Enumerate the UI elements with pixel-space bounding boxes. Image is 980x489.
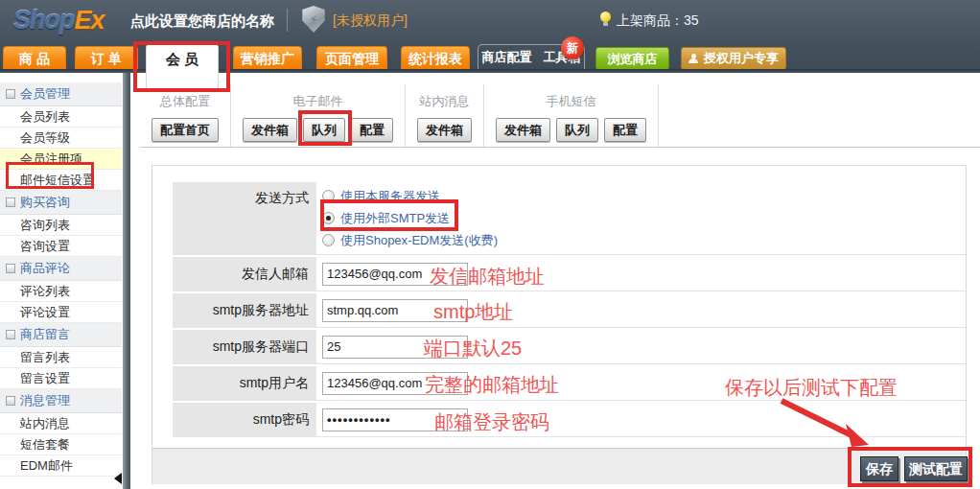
- subtab-sms-queue[interactable]: 队列: [556, 118, 598, 142]
- vip-users-button[interactable]: 授权用户专享: [681, 47, 786, 70]
- smtp-port-label: smtp服务器端口: [173, 330, 316, 364]
- subtab-email-outbox[interactable]: 发件箱: [243, 118, 297, 142]
- panel-footer-bar: 保存 测试配置: [152, 448, 966, 484]
- vip-users-label: 授权用户专享: [704, 50, 779, 67]
- form-row-sender-email: 发信人邮箱: [173, 257, 966, 291]
- section-square-icon: [6, 89, 15, 99]
- sidebar-item-inquiry-list[interactable]: 咨询列表: [0, 215, 122, 236]
- nav-tab-pages[interactable]: 页面管理: [316, 46, 387, 69]
- sidebar-item-inquiry-settings[interactable]: 咨询设置: [0, 236, 122, 257]
- sidebar-item-review-list[interactable]: 评论列表: [0, 281, 122, 302]
- smtp-port-input[interactable]: [322, 336, 468, 359]
- nav-tab-goods[interactable]: 商 品: [3, 46, 66, 69]
- smtp-server-input[interactable]: [322, 299, 468, 322]
- subtab-group-title: 手机短信: [496, 93, 646, 110]
- smtp-user-input[interactable]: [322, 372, 468, 395]
- sidebar-item-mail-sms-settings[interactable]: 邮件短信设置: [0, 170, 122, 191]
- sender-email-input[interactable]: [322, 263, 468, 286]
- sidebar: 会员管理 会员列表 会员等级 会员注册项 邮件短信设置 购买咨询 咨询列表 咨询…: [0, 75, 122, 477]
- smtp-password-label: smtp密码: [173, 403, 316, 437]
- logo-shop-text: Shop: [13, 6, 75, 35]
- sidebar-section-message-mgmt: 消息管理: [0, 389, 122, 413]
- sidebar-item-site-messages[interactable]: 站内消息: [0, 413, 122, 434]
- top-bar: ShopEx 点此设置您商店的名称 ⚡ [未授权用户] 上架商品：35 商 品 …: [0, 0, 980, 73]
- subtab-group-title: 总体配置: [152, 93, 219, 110]
- radio-use-local-server[interactable]: 使用本服务器发送: [322, 188, 498, 205]
- subtab-group-title: 电子邮件: [243, 93, 393, 110]
- shield-icon: ⚡: [301, 6, 326, 33]
- online-products-count: 上架商品：35: [617, 12, 699, 30]
- subtab-group-sms: 手机短信 发件箱 队列 配置: [484, 84, 659, 147]
- form-row-smtp-server: smtp服务器地址: [173, 293, 966, 328]
- nav-tab-store-config[interactable]: 商店配置: [482, 49, 532, 66]
- sidebar-item-edm-mail[interactable]: EDM邮件: [0, 455, 122, 477]
- sidebar-collapse-icon[interactable]: [114, 473, 122, 484]
- subtab-group-site-message: 站内消息 发件箱: [406, 84, 484, 147]
- subtab-config-home[interactable]: 配置首页: [152, 118, 219, 142]
- subtab-group-title: 站内消息: [417, 93, 472, 110]
- subtab-sms-config[interactable]: 配置: [604, 118, 646, 142]
- subtab-group-general: 总体配置 配置首页: [140, 84, 231, 147]
- smtp-password-input[interactable]: [322, 408, 468, 431]
- nav-tab-members-active[interactable]: 会 员: [146, 44, 219, 90]
- form-row-send-method: 发送方式 使用本服务器发送 使用外部SMTP发送 使用Shopex-EDM发送(…: [173, 182, 966, 255]
- form-row-smtp-port: smtp服务器端口: [173, 330, 966, 364]
- sidebar-item-message-list[interactable]: 留言列表: [0, 347, 122, 368]
- save-button[interactable]: 保存: [860, 456, 898, 481]
- license-status[interactable]: [未授权用户]: [333, 12, 408, 30]
- sender-email-label: 发信人邮箱: [173, 257, 316, 291]
- subtab-group-email: 电子邮件 发件箱 队列 配置: [231, 84, 406, 147]
- nav-tab-reports[interactable]: 统计报表: [401, 46, 470, 69]
- sidebar-item-message-settings[interactable]: 留言设置: [0, 368, 122, 389]
- sidebar-section-member-mgmt: 会员管理: [0, 82, 122, 106]
- radio-icon[interactable]: [322, 190, 335, 202]
- sidebar-item-member-list[interactable]: 会员列表: [0, 106, 122, 128]
- radio-icon[interactable]: [322, 234, 335, 246]
- nav-tab-orders[interactable]: 订 单: [75, 46, 138, 69]
- section-square-icon: [6, 264, 15, 273]
- section-square-icon: [6, 198, 15, 207]
- subtab-bar: 总体配置 配置首页 电子邮件 发件箱 队列 配置 站内消息 发件箱 手机短信 发…: [140, 84, 980, 148]
- sidebar-divider-bar[interactable]: [123, 73, 130, 489]
- sidebar-item-review-settings[interactable]: 评论设置: [0, 302, 122, 323]
- sidebar-item-member-level[interactable]: 会员等级: [0, 128, 122, 149]
- sidebar-item-member-register[interactable]: 会员注册项: [0, 149, 122, 170]
- smtp-settings-form: 发送方式 使用本服务器发送 使用外部SMTP发送 使用Shopex-EDM发送(…: [173, 182, 966, 439]
- section-square-icon: [6, 330, 15, 339]
- bulb-icon: [600, 12, 611, 22]
- subtab-email-config[interactable]: 配置: [351, 118, 393, 142]
- sidebar-section-store-messages: 商店留言: [0, 323, 122, 347]
- subtab-email-queue[interactable]: 队列: [303, 118, 345, 142]
- sidebar-section-purchase-inquiry: 购买咨询: [0, 191, 122, 215]
- smtp-user-label: smtp用户名: [173, 366, 316, 401]
- radio-use-shopex-edm[interactable]: 使用Shopex-EDM发送(收费): [322, 232, 498, 249]
- user-icon: [688, 54, 698, 63]
- nav-tab-marketing[interactable]: 营销推广: [233, 46, 302, 69]
- sidebar-section-product-reviews: 商品评论: [0, 257, 122, 281]
- browse-store-button[interactable]: 浏览商店: [595, 47, 669, 70]
- form-row-smtp-password: smtp密码: [173, 403, 966, 437]
- send-method-label: 发送方式: [173, 182, 316, 255]
- shopex-logo[interactable]: ShopEx: [13, 6, 105, 35]
- new-badge: 新: [561, 36, 584, 59]
- topbar-divider: [287, 9, 288, 32]
- test-config-button[interactable]: 测试配置: [904, 456, 968, 481]
- store-title-link[interactable]: 点此设置您商店的名称: [130, 12, 274, 31]
- radio-checked-icon[interactable]: [322, 212, 335, 224]
- radio-use-external-smtp[interactable]: 使用外部SMTP发送: [322, 210, 498, 227]
- sidebar-item-sms-package[interactable]: 短信套餐: [0, 434, 122, 455]
- form-row-smtp-user: smtp用户名: [173, 366, 966, 401]
- section-square-icon: [6, 396, 15, 406]
- subtab-sitemsg-outbox[interactable]: 发件箱: [417, 118, 472, 142]
- smtp-server-label: smtp服务器地址: [173, 293, 316, 328]
- subtab-sms-outbox[interactable]: 发件箱: [496, 118, 550, 142]
- lightning-icon: ⚡: [309, 13, 317, 26]
- logo-ex-text: Ex: [75, 6, 105, 35]
